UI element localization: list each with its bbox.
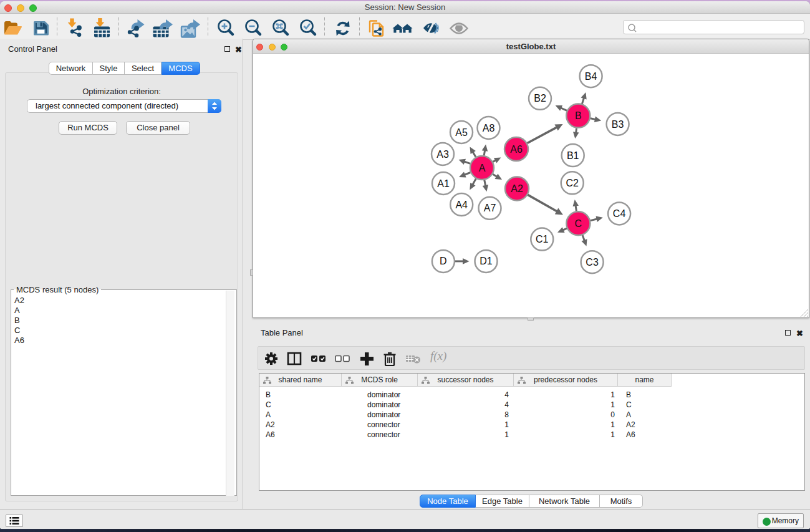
svg-text:A4: A4 xyxy=(455,200,468,210)
svg-text:B: B xyxy=(575,110,582,121)
svg-text:B3: B3 xyxy=(612,119,624,130)
svg-text:A: A xyxy=(479,163,486,173)
svg-text:C1: C1 xyxy=(536,234,549,244)
svg-text:A3: A3 xyxy=(436,149,449,160)
svg-text:C: C xyxy=(575,218,582,229)
svg-text:A5: A5 xyxy=(455,127,468,138)
svg-text:A1: A1 xyxy=(437,178,450,189)
svg-text:B1: B1 xyxy=(567,150,579,161)
svg-text:C4: C4 xyxy=(613,208,626,219)
svg-text:A6: A6 xyxy=(510,144,523,155)
svg-text:D1: D1 xyxy=(480,256,493,266)
svg-text:D: D xyxy=(440,256,447,266)
svg-text:A2: A2 xyxy=(511,183,523,194)
svg-text:B4: B4 xyxy=(585,71,597,82)
svg-text:A7: A7 xyxy=(484,203,496,213)
svg-text:C3: C3 xyxy=(586,257,599,268)
svg-text:B2: B2 xyxy=(534,93,546,104)
svg-text:A8: A8 xyxy=(483,123,495,133)
svg-text:C2: C2 xyxy=(566,178,579,188)
